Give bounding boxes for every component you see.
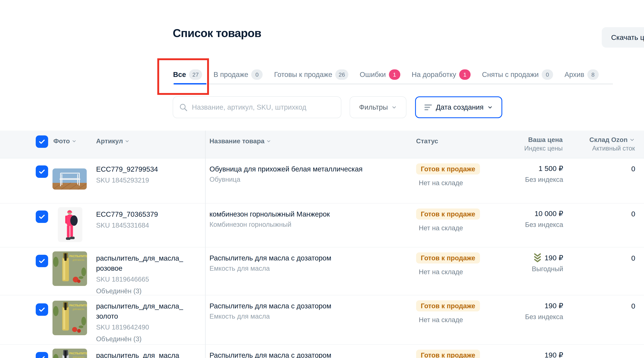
column-header-article[interactable]: Артикул (96, 137, 130, 145)
product-type: Емкость для масла (210, 264, 331, 273)
download-prices-button[interactable]: Скачать ц (602, 27, 644, 48)
tab-removed-from-sale[interactable]: Сняты с продажи 0 (482, 69, 553, 80)
product-name[interactable]: комбинезон горнолыжный Манжерок (210, 209, 330, 219)
sort-by-creation-date-button[interactable]: Дата создания (415, 96, 502, 118)
merged-label: Объединён (3) (96, 286, 183, 296)
table-row: РАСПЫЛИТЕЛЬ ДЛЯ МАСЛА распылитель_для_ма… (0, 295, 644, 344)
sku: SKU 1845293219 (96, 175, 158, 185)
price: 190 ₽ (544, 253, 563, 263)
tab-count-badge: 26 (335, 69, 348, 80)
price-index: Выгодный (436, 264, 563, 274)
tab-label: Все (173, 70, 186, 79)
tab-label: Архив (564, 70, 584, 79)
tab-label: На доработку (412, 70, 456, 79)
price-index: Без индекса (436, 312, 563, 322)
oil-sprayer-image: РАСПЫЛИТЕЛЬ ДЛЯ МАСЛА (52, 251, 87, 286)
ski-suit-image (58, 207, 82, 242)
article[interactable]: ECC779_70365379 (96, 209, 158, 219)
tab-count-badge: 1 (389, 69, 400, 80)
check-icon (38, 354, 46, 358)
select-all-checkbox[interactable] (36, 135, 48, 148)
price: 190 ₽ (544, 301, 563, 311)
product-photo[interactable]: РАСПЫЛИТЕЛЬ ДЛЯ МАСЛА (52, 251, 87, 286)
stock-value: 0 (585, 164, 635, 174)
check-icon (38, 306, 46, 314)
chevron-down-icon (391, 104, 397, 110)
tab-ready-for-sale[interactable]: Готовы к продаже 26 (274, 69, 348, 80)
chevron-down-icon (629, 137, 635, 143)
product-name[interactable]: Обувница для прихожей белая металлическа… (210, 164, 362, 174)
package-art-title: РАСПЫЛИТЕЛЬ (69, 304, 87, 307)
oil-sprayer-image: РАСПЫЛИТЕЛЬ ДЛЯ МАСЛА (52, 349, 87, 358)
column-header-name[interactable]: Название товара (210, 137, 271, 145)
package-art-subtitle: ДЛЯ МАСЛА (72, 259, 84, 261)
tab-count-badge: 1 (459, 69, 470, 80)
price-index: Без индекса (436, 175, 563, 184)
package-art-title: РАСПЫЛИТЕЛЬ (69, 255, 87, 258)
table-row: ECC779_92799534 SKU 1845293219 Обувница … (0, 158, 644, 203)
sku: SKU 1845331684 (96, 220, 158, 230)
active-tab-underline (174, 83, 206, 84)
article-line2[interactable]: розовое (96, 263, 183, 273)
row-checkbox[interactable] (36, 255, 48, 267)
product-type: Емкость для масла (210, 312, 331, 321)
price: 10 000 ₽ (534, 209, 563, 219)
check-icon (38, 213, 46, 221)
column-header-photo[interactable]: Фото (53, 137, 77, 145)
product-photo[interactable]: РАСПЫЛИТЕЛЬ ДЛЯ МАСЛА (52, 301, 87, 335)
tab-archive[interactable]: Архив 8 (564, 69, 599, 80)
tab-errors[interactable]: Ошибки 1 (360, 69, 400, 80)
stock-value: 0 (585, 301, 635, 311)
tab-all[interactable]: Все 27 (173, 69, 202, 80)
chevron-down-icon (487, 104, 493, 110)
tabs-baseline (173, 83, 613, 84)
column-header-price: Ваша цена Индекс цены (524, 136, 563, 152)
table-header: Фото Артикул Название товара Статус Ваша… (0, 131, 644, 158)
price-index: Без индекса (436, 220, 563, 229)
sku: SKU 1819646665 (96, 274, 183, 284)
filters-button[interactable]: Фильтры (350, 96, 406, 118)
row-checkbox[interactable] (36, 303, 48, 316)
sort-icon (424, 103, 432, 111)
tab-label: В продаже (214, 70, 248, 79)
price-drop-icon (533, 253, 542, 263)
article[interactable]: распылитель_для_масла_ (96, 253, 183, 263)
tab-count-badge: 0 (542, 69, 553, 80)
article[interactable]: распылитель_для_масла_ (96, 301, 183, 311)
row-checkbox[interactable] (36, 211, 48, 223)
package-art-title: РАСПЫЛИТЕЛЬ (69, 352, 87, 355)
article-line2[interactable]: золото (96, 311, 183, 321)
table-row: ECC779_70365379 SKU 1845331684 комбинезо… (0, 203, 644, 247)
stock-value: 0 (585, 209, 635, 219)
sort-label: Дата создания (436, 103, 484, 111)
product-photo[interactable]: РАСПЫЛИТЕЛЬ ДЛЯ МАСЛА (52, 349, 87, 358)
product-name[interactable]: Распылитель для масла с дозатором (210, 301, 331, 311)
article[interactable]: ECC779_92799534 (96, 164, 158, 174)
tab-needs-rework[interactable]: На доработку 1 (412, 69, 471, 80)
row-checkbox[interactable] (36, 352, 48, 358)
search-input[interactable] (192, 103, 335, 111)
status-tabs: Все 27 В продаже 0 Готовы к продаже 26 О… (173, 69, 599, 80)
row-checkbox[interactable] (36, 165, 48, 178)
product-name[interactable]: Распылитель для масла с дозатором (210, 253, 331, 263)
tab-on-sale[interactable]: В продаже 0 (214, 69, 263, 80)
check-icon (38, 168, 46, 175)
column-header-stock[interactable]: Склад Ozon Активный сток (589, 136, 635, 152)
tab-count-badge: 0 (251, 69, 263, 80)
check-icon (38, 257, 46, 265)
tab-count-badge: 27 (189, 69, 202, 80)
price: 1 500 ₽ (538, 163, 563, 173)
product-type: Обувница (210, 175, 362, 184)
product-photo[interactable] (52, 168, 87, 190)
product-name[interactable]: Распылитель для масла с дозатором (210, 351, 331, 358)
merged-label: Объединён (3) (96, 334, 183, 344)
column-header-status: Статус (416, 137, 438, 145)
table-row: РАСПЫЛИТЕЛЬ ДЛЯ МАСЛА распылитель_для_ма… (0, 247, 644, 295)
price: 190 ₽ (544, 350, 563, 358)
product-photo[interactable] (58, 207, 82, 242)
tab-label: Готовы к продаже (274, 70, 332, 79)
chevron-down-icon (124, 139, 130, 144)
page-title: Список товаров (173, 26, 261, 39)
article[interactable]: распылитель_для_масла_ (96, 351, 183, 358)
product-list-page: Список товаров Скачать ц Все 27 В продаж… (0, 0, 644, 358)
